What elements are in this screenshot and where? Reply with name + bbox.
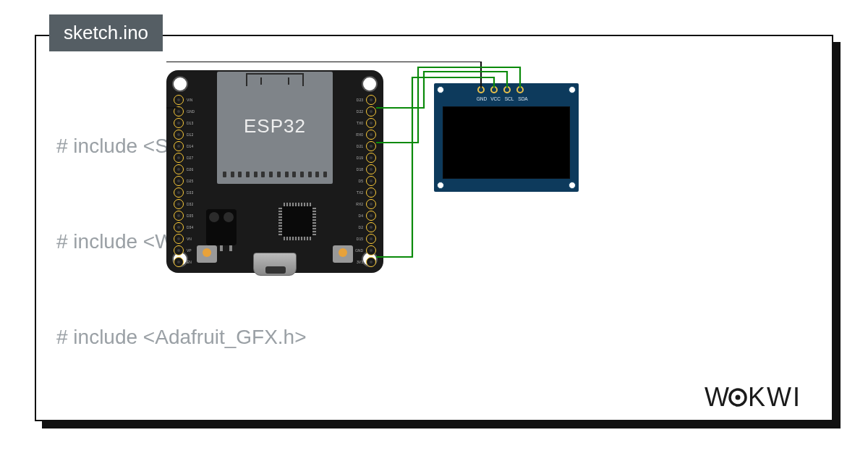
esp32-module: ESP32 [217, 72, 333, 184]
mounting-hole [437, 182, 444, 189]
svg-point-2 [736, 395, 741, 400]
file-tab[interactable]: sketch.ino [49, 14, 163, 51]
mounting-hole [172, 76, 188, 92]
enable-button[interactable] [333, 245, 353, 263]
mounting-hole [362, 76, 378, 92]
boot-button[interactable] [197, 245, 217, 263]
oled-display[interactable]: GNDVCCSCLSDA [434, 83, 579, 192]
voltage-regulator-icon [206, 209, 237, 245]
oled-pin-header[interactable] [477, 86, 524, 93]
castellation-icon [223, 172, 327, 177]
mounting-hole [437, 86, 444, 93]
circuit-diagram[interactable]: ESP32 VINGNDD13D12D14D27D26D25D33D32D35D… [166, 62, 586, 286]
pin-header-right[interactable] [366, 95, 376, 267]
usb-port-icon [253, 253, 297, 276]
mounting-hole [569, 182, 576, 189]
chip-label: ESP32 [217, 115, 333, 138]
code-line: # include <Adafruit_GFX.h> [56, 321, 809, 353]
oled-pin-labels: GNDVCCSCLSDA [476, 96, 529, 101]
svg-text:KWI: KWI [748, 382, 801, 412]
wokwi-logo: W KWI [705, 381, 827, 420]
esp32-board[interactable]: ESP32 VINGNDD13D12D14D27D26D25D33D32D35D… [166, 70, 383, 273]
mounting-hole [569, 86, 576, 93]
pin-labels-left: VINGNDD13D12D14D27D26D25D33D32D35D34VNVP… [187, 95, 195, 267]
pin-header-left[interactable] [174, 95, 184, 267]
pin-labels-right: D23D22TX0RX0D21D19D18D5TX2RX2D4D2D15GND3… [355, 95, 363, 267]
svg-text:W: W [705, 382, 731, 412]
antenna-icon [246, 73, 304, 86]
oled-screen [443, 106, 570, 179]
qfn-chip-icon [282, 206, 312, 237]
